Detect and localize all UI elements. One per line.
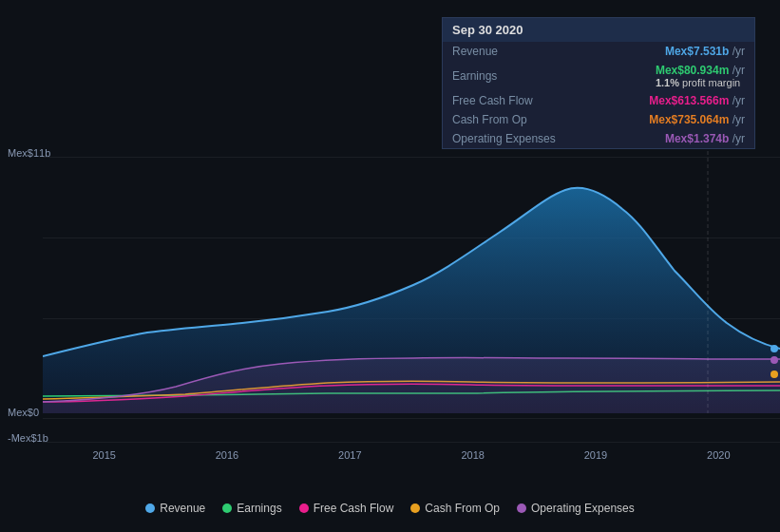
legend-label-fcf: Free Cash Flow [314, 502, 394, 515]
tooltip-label-fcf: Free Cash Flow [452, 94, 533, 107]
legend-item-cashfromop[interactable]: Cash From Op [410, 502, 500, 515]
cashfromop-dot-right [770, 370, 778, 378]
opex-dot-right [770, 356, 778, 364]
tooltip-date: Sep 30 2020 [443, 18, 754, 42]
profit-margin: 1.1% profit margin [656, 77, 745, 88]
revenue-dot-right [770, 345, 778, 352]
x-axis-labels: 2015 2016 2017 2018 2019 2020 [43, 442, 780, 461]
tooltip-label-opex: Operating Expenses [452, 132, 556, 145]
x-label-2020: 2020 [707, 449, 730, 461]
tooltip-value-cashfromop: Mex$735.064m /yr [649, 113, 745, 126]
chart-container: Sep 30 2020 Revenue Mex$7.531b /yr Earni… [0, 0, 780, 532]
chart-svg [43, 138, 780, 461]
tooltip-label-revenue: Revenue [452, 45, 498, 58]
legend-dot-cashfromop [410, 504, 420, 513]
tooltip-row-revenue: Revenue Mex$7.531b /yr [443, 42, 754, 61]
x-label-2019: 2019 [584, 449, 607, 461]
tooltip-value-revenue: Mex$7.531b /yr [665, 45, 745, 58]
legend-label-opex: Operating Expenses [531, 502, 635, 515]
legend-dot-revenue [145, 504, 155, 513]
y-axis-mid: Mex$0 [8, 407, 39, 418]
tooltip-row-cashfromop: Cash From Op Mex$735.064m /yr [443, 110, 754, 129]
legend-item-earnings[interactable]: Earnings [222, 502, 281, 515]
tooltip-label-earnings: Earnings [452, 69, 497, 83]
legend-dot-earnings [222, 504, 232, 513]
legend-label-cashfromop: Cash From Op [425, 502, 500, 515]
legend-label-revenue: Revenue [160, 502, 205, 515]
chart-legend: Revenue Earnings Free Cash Flow Cash Fro… [0, 502, 780, 515]
tooltip: Sep 30 2020 Revenue Mex$7.531b /yr Earni… [442, 17, 755, 149]
legend-dot-opex [517, 504, 526, 513]
tooltip-label-cashfromop: Cash From Op [452, 113, 527, 126]
tooltip-row-fcf: Free Cash Flow Mex$613.566m /yr [443, 91, 754, 110]
x-label-2017: 2017 [338, 449, 361, 461]
x-label-2016: 2016 [216, 449, 238, 461]
legend-item-opex[interactable]: Operating Expenses [517, 502, 635, 515]
legend-dot-fcf [299, 504, 309, 513]
tooltip-value-opex: Mex$1.374b /yr [665, 132, 745, 145]
x-label-2018: 2018 [461, 449, 484, 461]
chart-svg-area [43, 138, 780, 461]
legend-item-revenue[interactable]: Revenue [145, 502, 205, 515]
tooltip-value-earnings: Mex$80.934m /yr 1.1% profit margin [656, 64, 745, 88]
tooltip-value-fcf: Mex$613.566m /yr [649, 94, 745, 107]
legend-item-fcf[interactable]: Free Cash Flow [299, 502, 394, 515]
tooltip-row-earnings: Earnings Mex$80.934m /yr 1.1% profit mar… [443, 61, 754, 91]
legend-label-earnings: Earnings [237, 502, 281, 515]
tooltip-row-opex: Operating Expenses Mex$1.374b /yr [443, 129, 754, 148]
x-label-2015: 2015 [92, 449, 115, 461]
